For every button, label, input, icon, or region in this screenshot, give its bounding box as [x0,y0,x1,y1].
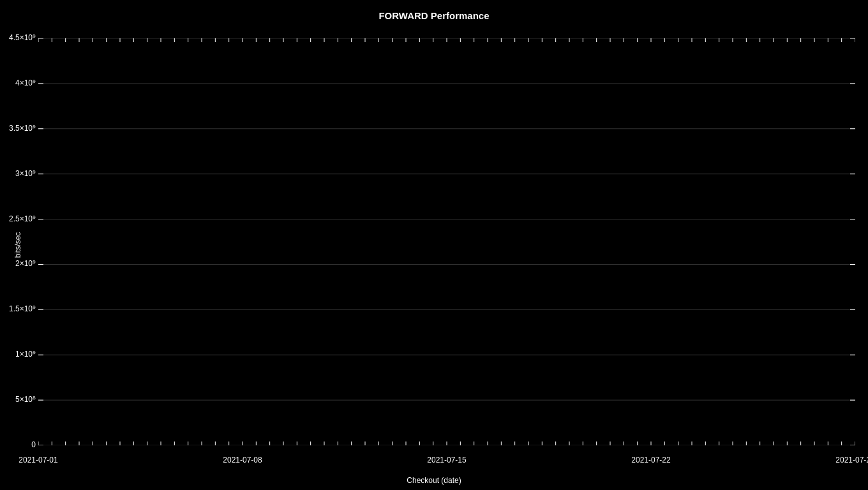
x-tick-label: 2021-07-01 [19,456,57,464]
x-axis-label: Checkout (date) [407,476,461,485]
y-tick-label: 1.5×10⁹ [0,304,36,313]
chart-title: FORWARD Performance [378,10,489,21]
y-tick-label: 0 [0,440,36,449]
chart-svg [38,38,855,445]
y-tick-label: 3.5×10⁹ [0,124,36,133]
x-tick-label: 2021-07-08 [223,456,262,464]
y-axis-label: bits/sec [13,232,22,258]
y-tick-label: 2.5×10⁹ [0,214,36,223]
x-tick-label: 2021-07-15 [427,456,466,464]
svg-rect-152 [38,38,855,445]
chart-area: 4.5×10⁹4×10⁹3.5×10⁹3×10⁹2.5×10⁹2×10⁹1.5×… [38,38,855,445]
x-tick-label: 2021-07-22 [631,456,670,464]
y-tick-label: 5×10⁸ [0,395,36,404]
y-tick-label: 4.5×10⁹ [0,33,36,42]
y-tick-label: 1×10⁹ [0,350,36,359]
y-tick-label: 4×10⁹ [0,78,36,87]
y-tick-label: 2×10⁹ [0,259,36,268]
x-tick-label: 2021-07-29 [835,456,868,464]
chart-container: FORWARD Performance bits/sec Checkout (d… [0,0,868,490]
y-tick-label: 3×10⁹ [0,169,36,178]
